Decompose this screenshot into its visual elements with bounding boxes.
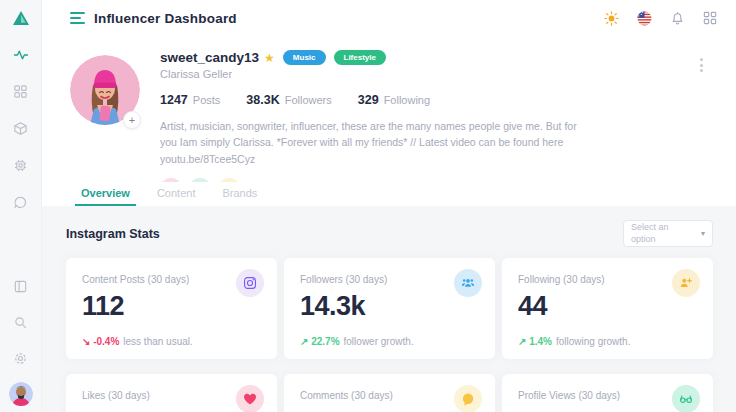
topbar: Influencer Dashboard: [42, 0, 736, 36]
gear-icon: [13, 351, 28, 366]
card-value: 44: [518, 293, 697, 320]
chat-icon: [13, 195, 28, 210]
apps-grid-icon[interactable]: [702, 10, 718, 26]
card-value: 14.3k: [300, 293, 479, 320]
sidebar-item-settings[interactable]: [0, 340, 42, 376]
influencer-dashboard-app: Influencer Dashboard: [0, 0, 736, 412]
tab-overview[interactable]: Overview: [75, 182, 136, 206]
card-profile-views[interactable]: Profile Views (30 days): [502, 374, 713, 412]
category-badge-lifestyle[interactable]: Lifestyle: [334, 50, 386, 65]
section-title: Instagram Stats: [66, 227, 160, 241]
stat-posts: 1247 Posts: [160, 93, 220, 107]
stat-following-value: 329: [358, 93, 379, 107]
stats-filter-select[interactable]: Select an option ▾: [623, 220, 713, 247]
avatar-add-button[interactable]: +: [123, 111, 141, 129]
card-label: Comments (30 days): [300, 387, 479, 401]
card-label: Following (30 days): [518, 271, 697, 285]
card-value: 112: [82, 293, 261, 320]
trend-text: less than usual.: [123, 336, 193, 347]
triangle-logo-icon: [12, 10, 30, 26]
sidebar-user-avatar[interactable]: [9, 382, 33, 406]
menu-icon[interactable]: [70, 12, 85, 24]
select-placeholder: Select an option: [631, 222, 689, 245]
sidebar-item-integrations[interactable]: [0, 147, 42, 184]
heart-icon: [236, 385, 264, 412]
trend-text: follower growth.: [344, 336, 414, 347]
tab-content[interactable]: Content: [151, 182, 202, 206]
topbar-actions: [603, 10, 718, 26]
card-label: Followers (30 days): [300, 271, 479, 285]
profile-more-menu-icon[interactable]: [697, 55, 706, 75]
stat-followers-value: 38.3K: [246, 93, 279, 107]
category-badge-music[interactable]: Music: [283, 50, 326, 65]
sidebar-item-messages[interactable]: [0, 184, 42, 221]
card-likes[interactable]: Likes (30 days): [66, 374, 277, 412]
verified-star-icon: ★: [264, 51, 275, 65]
sidebar-item-activity[interactable]: [0, 36, 42, 73]
cube-icon: [13, 121, 28, 136]
sidebar-item-dashboard[interactable]: [0, 73, 42, 110]
trend-percent: 1.4%: [529, 336, 552, 347]
trend-percent: 22.7%: [311, 336, 339, 347]
sidebar-bottom-group: [0, 268, 42, 412]
profile-bio: Artist, musician, songwriter, influencer…: [160, 118, 592, 167]
trend-arrow-up-icon: ↗: [518, 336, 526, 347]
stat-following: 329 Following: [358, 93, 430, 107]
instagram-stats-section: Instagram Stats Select an option ▾ Conte…: [42, 206, 736, 412]
chip-icon: [13, 158, 28, 173]
panel-layout-icon: [13, 279, 28, 294]
trend-percent: -0.4%: [93, 336, 119, 347]
card-comments[interactable]: Comments (30 days): [284, 374, 495, 412]
card-trend: ↘ -0.4% less than usual.: [82, 336, 193, 347]
stat-followers: 38.3K Followers: [246, 93, 331, 107]
trend-arrow-up-icon: ↗: [300, 336, 308, 347]
followers-group-icon: [454, 269, 482, 297]
card-label: Content Posts (30 days): [82, 271, 261, 285]
language-flag-us-icon[interactable]: [636, 10, 652, 26]
app-logo[interactable]: [0, 0, 42, 36]
stats-cards-grid: Content Posts (30 days) 112 ↘ -0.4% less…: [66, 258, 713, 412]
trend-text: following growth.: [556, 336, 630, 347]
profile-info: sweet_candy13 ★ Music Lifestyle Clarissa…: [160, 50, 630, 200]
trend-arrow-down-icon: ↘: [82, 336, 90, 347]
card-trend: ↗ 22.7% follower growth.: [300, 336, 414, 347]
card-label: Likes (30 days): [82, 387, 261, 401]
profile-username: sweet_candy13: [160, 50, 259, 65]
card-following[interactable]: Following (30 days) 44 ↗ 1.4% following …: [502, 258, 713, 359]
profile-avatar-wrap: +: [70, 55, 140, 125]
stat-posts-label: Posts: [193, 94, 221, 106]
card-followers[interactable]: Followers (30 days) 14.3k ↗ 22.7% follow…: [284, 258, 495, 359]
dashboard-grid-icon: [13, 84, 28, 99]
sidebar-item-panels[interactable]: [0, 268, 42, 304]
theme-sun-icon[interactable]: [603, 10, 619, 26]
chevron-down-icon: ▾: [701, 229, 705, 238]
avatar: [9, 382, 33, 406]
profile-stats-row: 1247 Posts 38.3K Followers 329 Following: [160, 93, 630, 107]
notifications-bell-icon[interactable]: [669, 10, 685, 26]
stat-followers-label: Followers: [285, 94, 332, 106]
sidebar: [0, 0, 42, 412]
stat-posts-value: 1247: [160, 93, 188, 107]
tab-brands[interactable]: Brands: [216, 182, 263, 206]
activity-icon: [13, 47, 29, 63]
comment-bubble-icon: [454, 385, 482, 412]
glasses-icon: [672, 385, 700, 412]
stat-following-label: Following: [384, 94, 430, 106]
profile-section: + sweet_candy13 ★ Music Lifestyle Claris…: [42, 36, 736, 182]
card-content-posts[interactable]: Content Posts (30 days) 112 ↘ -0.4% less…: [66, 258, 277, 359]
profile-tabs: Overview Content Brands: [42, 182, 736, 206]
card-trend: ↗ 1.4% following growth.: [518, 336, 630, 347]
search-icon: [13, 315, 28, 330]
user-plus-icon: [672, 269, 700, 297]
sidebar-item-search[interactable]: [0, 304, 42, 340]
card-label: Profile Views (30 days): [518, 387, 697, 401]
sidebar-item-products[interactable]: [0, 110, 42, 147]
profile-full-name: Clarissa Geller: [160, 68, 630, 80]
page-title: Influencer Dashboard: [94, 11, 237, 26]
instagram-icon: [236, 269, 264, 297]
